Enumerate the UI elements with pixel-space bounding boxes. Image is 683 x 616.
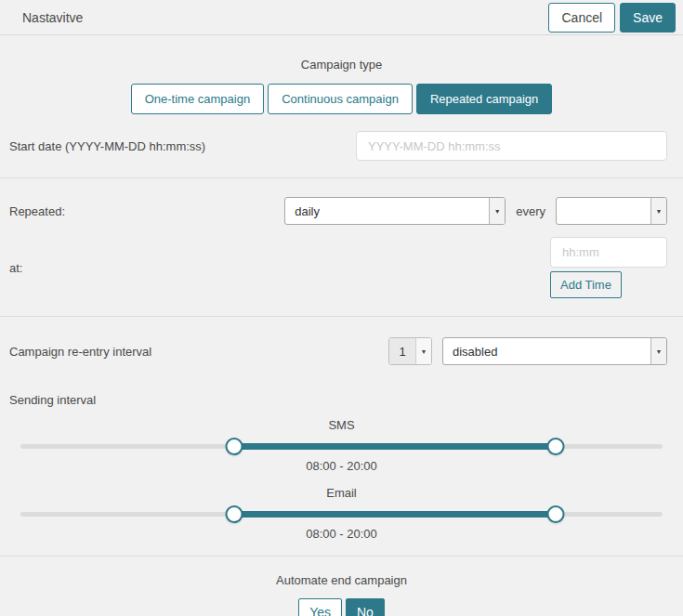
campaign-type-section: Campaign type One-time campaign Continuo… [0,35,683,114]
repeat-every-select[interactable]: ▼ [556,197,667,225]
at-row: at: Add Time [0,237,683,316]
slider-handle-end[interactable] [546,438,564,455]
at-label: at: [9,261,550,275]
automate-end-label: Automate end campaign [0,557,683,587]
email-range-text: 08:00 - 20:00 [0,527,683,541]
automate-yes-button[interactable]: Yes [298,598,342,616]
at-time-column: Add Time [550,237,667,298]
chevron-down-icon: ▼ [650,338,666,364]
every-label: every [516,204,545,218]
header: Nastavitve Cancel Save [0,0,683,35]
automate-end-section: Automate end campaign Yes No [0,556,683,616]
sms-range-text: 08:00 - 20:00 [0,459,683,473]
reentry-count-value: 1 [389,338,415,364]
chevron-down-icon: ▼ [650,198,666,224]
add-time-button[interactable]: Add Time [550,271,622,298]
start-date-input[interactable] [356,131,667,161]
save-button[interactable]: Save [620,3,676,33]
repeated-row: Repeated: daily ▼ every ▼ [0,178,683,225]
page-title: Nastavitve [22,10,83,25]
automate-no-button[interactable]: No [346,598,385,616]
email-slider-group: Email 08:00 - 20:00 [0,486,683,541]
time-input[interactable] [550,237,667,268]
sms-slider-group: SMS 08:00 - 20:00 [0,418,683,473]
repeated-campaign-button[interactable]: Repeated campaign [416,84,552,114]
header-actions: Cancel Save [548,3,676,33]
campaign-type-label: Campaign type [0,58,683,72]
repeat-every-value [557,198,650,224]
chevron-down-icon: ▼ [415,338,431,364]
reentry-label: Campaign re-entry interval [9,345,388,359]
continuous-campaign-button[interactable]: Continuous campaign [268,84,413,114]
slider-fill [234,443,556,450]
slider-handle-end[interactable] [546,505,564,523]
repeat-frequency-select[interactable]: daily ▼ [284,197,506,225]
repeat-frequency-value: daily [285,198,489,224]
sms-range-slider [20,438,663,455]
repeated-label: Repeated: [9,204,284,218]
reentry-row: Campaign re-entry interval 1 ▼ disabled … [0,317,683,365]
campaign-type-button-group: One-time campaign Continuous campaign Re… [131,84,553,114]
slider-handle-start[interactable] [226,505,243,523]
reentry-count-select[interactable]: 1 ▼ [388,337,432,365]
cancel-button[interactable]: Cancel [548,3,615,33]
start-date-row: Start date (YYYY-MM-DD hh:mm:ss) [0,131,683,177]
slider-handle-start[interactable] [226,438,243,455]
reentry-mode-select[interactable]: disabled ▼ [442,337,667,365]
sending-interval-label: Sending interval [0,365,683,407]
email-channel-label: Email [0,486,683,500]
slider-fill [234,511,556,518]
reentry-mode-value: disabled [443,338,650,364]
chevron-down-icon: ▼ [489,198,505,224]
sms-channel-label: SMS [0,418,683,432]
one-time-campaign-button[interactable]: One-time campaign [131,84,264,114]
email-range-slider [20,505,663,523]
start-date-label: Start date (YYYY-MM-DD hh:mm:ss) [9,139,356,153]
automate-end-button-group: Yes No [298,598,385,616]
